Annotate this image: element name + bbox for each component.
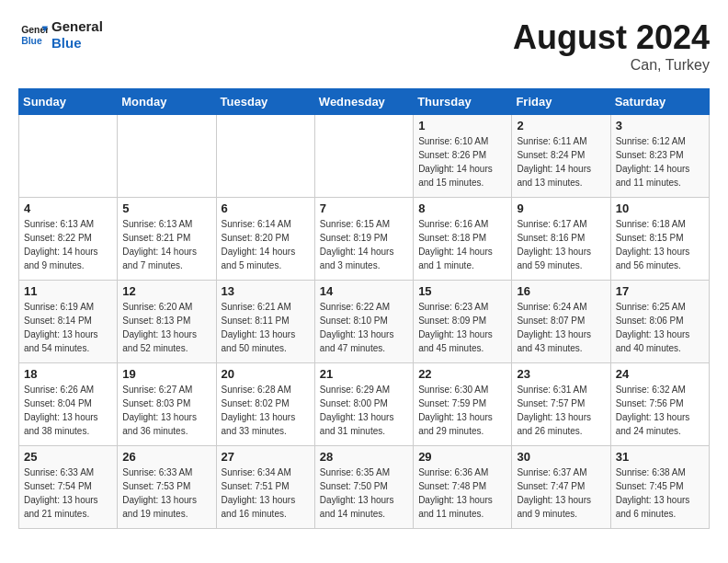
calendar-cell: 14Sunrise: 6:22 AMSunset: 8:10 PMDayligh… bbox=[314, 281, 413, 363]
calendar-cell: 21Sunrise: 6:29 AMSunset: 8:00 PMDayligh… bbox=[314, 363, 413, 446]
day-info: Sunrise: 6:25 AMSunset: 8:06 PMDaylight:… bbox=[616, 300, 704, 355]
calendar-cell: 2Sunrise: 6:11 AMSunset: 8:24 PMDaylight… bbox=[512, 115, 610, 198]
calendar-body: 1Sunrise: 6:10 AMSunset: 8:26 PMDaylight… bbox=[19, 115, 710, 529]
day-number: 12 bbox=[122, 284, 210, 298]
day-number: 1 bbox=[418, 119, 506, 132]
svg-text:Blue: Blue bbox=[21, 36, 42, 46]
day-info: Sunrise: 6:33 AMSunset: 7:54 PMDaylight:… bbox=[24, 465, 112, 521]
calendar-cell: 13Sunrise: 6:21 AMSunset: 8:11 PMDayligh… bbox=[216, 281, 314, 363]
day-info: Sunrise: 6:30 AMSunset: 7:59 PMDaylight:… bbox=[418, 383, 506, 438]
calendar-cell: 27Sunrise: 6:34 AMSunset: 7:51 PMDayligh… bbox=[216, 446, 314, 529]
day-info: Sunrise: 6:31 AMSunset: 7:57 PMDaylight:… bbox=[517, 383, 605, 438]
day-number: 8 bbox=[418, 201, 506, 215]
day-number: 10 bbox=[616, 201, 704, 215]
day-info: Sunrise: 6:10 AMSunset: 8:26 PMDaylight:… bbox=[418, 134, 506, 190]
calendar-week-3: 11Sunrise: 6:19 AMSunset: 8:14 PMDayligh… bbox=[19, 281, 710, 363]
day-number: 14 bbox=[320, 284, 408, 298]
day-info: Sunrise: 6:22 AMSunset: 8:10 PMDaylight:… bbox=[320, 300, 408, 355]
weekday-header-tuesday: Tuesday bbox=[216, 89, 314, 115]
day-number: 9 bbox=[517, 201, 605, 215]
day-info: Sunrise: 6:35 AMSunset: 7:50 PMDaylight:… bbox=[320, 465, 408, 521]
day-number: 27 bbox=[222, 450, 310, 464]
day-number: 6 bbox=[222, 201, 310, 215]
day-number: 30 bbox=[517, 450, 605, 464]
day-info: Sunrise: 6:11 AMSunset: 8:24 PMDaylight:… bbox=[517, 134, 605, 190]
day-info: Sunrise: 6:36 AMSunset: 7:48 PMDaylight:… bbox=[418, 465, 506, 521]
calendar-cell: 7Sunrise: 6:15 AMSunset: 8:19 PMDaylight… bbox=[314, 198, 413, 281]
day-number: 3 bbox=[616, 119, 704, 132]
day-number: 22 bbox=[418, 367, 506, 381]
day-info: Sunrise: 6:21 AMSunset: 8:11 PMDaylight:… bbox=[222, 300, 310, 355]
month-year-title: August 2024 bbox=[513, 18, 710, 57]
day-info: Sunrise: 6:16 AMSunset: 8:18 PMDaylight:… bbox=[418, 217, 506, 272]
calendar-cell: 16Sunrise: 6:24 AMSunset: 8:07 PMDayligh… bbox=[512, 281, 610, 363]
calendar-table: SundayMondayTuesdayWednesdayThursdayFrid… bbox=[18, 88, 710, 529]
day-info: Sunrise: 6:26 AMSunset: 8:04 PMDaylight:… bbox=[24, 383, 112, 438]
calendar-cell: 17Sunrise: 6:25 AMSunset: 8:06 PMDayligh… bbox=[610, 281, 709, 363]
weekday-header-wednesday: Wednesday bbox=[314, 89, 413, 115]
calendar-week-1: 1Sunrise: 6:10 AMSunset: 8:26 PMDaylight… bbox=[19, 115, 710, 198]
day-info: Sunrise: 6:28 AMSunset: 8:02 PMDaylight:… bbox=[222, 383, 310, 438]
calendar-week-2: 4Sunrise: 6:13 AMSunset: 8:22 PMDaylight… bbox=[19, 198, 710, 281]
weekday-header-saturday: Saturday bbox=[610, 89, 709, 115]
calendar-cell: 9Sunrise: 6:17 AMSunset: 8:16 PMDaylight… bbox=[512, 198, 610, 281]
day-number: 24 bbox=[616, 367, 704, 381]
calendar-cell: 18Sunrise: 6:26 AMSunset: 8:04 PMDayligh… bbox=[19, 363, 118, 446]
day-number: 4 bbox=[24, 201, 112, 215]
day-number: 16 bbox=[517, 284, 605, 298]
page-header: General Blue General Blue August 2024 Ca… bbox=[18, 18, 710, 74]
calendar-cell: 26Sunrise: 6:33 AMSunset: 7:53 PMDayligh… bbox=[118, 446, 216, 529]
logo-general: General bbox=[51, 18, 103, 35]
day-info: Sunrise: 6:18 AMSunset: 8:15 PMDaylight:… bbox=[616, 217, 704, 272]
day-info: Sunrise: 6:34 AMSunset: 7:51 PMDaylight:… bbox=[222, 465, 310, 521]
calendar-cell: 11Sunrise: 6:19 AMSunset: 8:14 PMDayligh… bbox=[19, 281, 118, 363]
calendar-cell: 10Sunrise: 6:18 AMSunset: 8:15 PMDayligh… bbox=[610, 198, 709, 281]
calendar-cell: 30Sunrise: 6:37 AMSunset: 7:47 PMDayligh… bbox=[512, 446, 610, 529]
weekday-header-row: SundayMondayTuesdayWednesdayThursdayFrid… bbox=[19, 89, 710, 115]
calendar-week-5: 25Sunrise: 6:33 AMSunset: 7:54 PMDayligh… bbox=[19, 446, 710, 529]
day-info: Sunrise: 6:32 AMSunset: 7:56 PMDaylight:… bbox=[616, 383, 704, 438]
day-info: Sunrise: 6:24 AMSunset: 8:07 PMDaylight:… bbox=[517, 300, 605, 355]
day-info: Sunrise: 6:13 AMSunset: 8:21 PMDaylight:… bbox=[122, 217, 210, 272]
logo: General Blue General Blue bbox=[18, 18, 103, 52]
day-number: 20 bbox=[222, 367, 310, 381]
calendar-cell bbox=[314, 115, 413, 198]
day-info: Sunrise: 6:38 AMSunset: 7:45 PMDaylight:… bbox=[616, 465, 704, 521]
calendar-cell: 15Sunrise: 6:23 AMSunset: 8:09 PMDayligh… bbox=[414, 281, 512, 363]
calendar-cell: 22Sunrise: 6:30 AMSunset: 7:59 PMDayligh… bbox=[414, 363, 512, 446]
calendar-cell: 23Sunrise: 6:31 AMSunset: 7:57 PMDayligh… bbox=[512, 363, 610, 446]
calendar-cell: 24Sunrise: 6:32 AMSunset: 7:56 PMDayligh… bbox=[610, 363, 709, 446]
calendar-cell: 8Sunrise: 6:16 AMSunset: 8:18 PMDaylight… bbox=[414, 198, 512, 281]
location-subtitle: Can, Turkey bbox=[513, 57, 710, 74]
calendar-cell: 6Sunrise: 6:14 AMSunset: 8:20 PMDaylight… bbox=[216, 198, 314, 281]
calendar-cell bbox=[118, 115, 216, 198]
day-number: 29 bbox=[418, 450, 506, 464]
day-number: 18 bbox=[24, 367, 112, 381]
day-info: Sunrise: 6:13 AMSunset: 8:22 PMDaylight:… bbox=[24, 217, 112, 272]
day-number: 25 bbox=[24, 450, 112, 464]
calendar-week-4: 18Sunrise: 6:26 AMSunset: 8:04 PMDayligh… bbox=[19, 363, 710, 446]
weekday-header-sunday: Sunday bbox=[19, 89, 118, 115]
day-info: Sunrise: 6:15 AMSunset: 8:19 PMDaylight:… bbox=[320, 217, 408, 272]
calendar-cell: 28Sunrise: 6:35 AMSunset: 7:50 PMDayligh… bbox=[314, 446, 413, 529]
calendar-cell: 29Sunrise: 6:36 AMSunset: 7:48 PMDayligh… bbox=[414, 446, 512, 529]
weekday-header-thursday: Thursday bbox=[414, 89, 512, 115]
day-info: Sunrise: 6:17 AMSunset: 8:16 PMDaylight:… bbox=[517, 217, 605, 272]
weekday-header-monday: Monday bbox=[118, 89, 216, 115]
calendar-header: SundayMondayTuesdayWednesdayThursdayFrid… bbox=[19, 89, 710, 115]
day-number: 28 bbox=[320, 450, 408, 464]
day-info: Sunrise: 6:12 AMSunset: 8:23 PMDaylight:… bbox=[616, 134, 704, 190]
calendar-cell: 4Sunrise: 6:13 AMSunset: 8:22 PMDaylight… bbox=[19, 198, 118, 281]
day-number: 31 bbox=[616, 450, 704, 464]
day-info: Sunrise: 6:20 AMSunset: 8:13 PMDaylight:… bbox=[122, 300, 210, 355]
calendar-cell: 3Sunrise: 6:12 AMSunset: 8:23 PMDaylight… bbox=[610, 115, 709, 198]
day-info: Sunrise: 6:29 AMSunset: 8:00 PMDaylight:… bbox=[320, 383, 408, 438]
calendar-cell bbox=[19, 115, 118, 198]
day-number: 2 bbox=[517, 119, 605, 132]
calendar-cell: 19Sunrise: 6:27 AMSunset: 8:03 PMDayligh… bbox=[118, 363, 216, 446]
logo-blue: Blue bbox=[51, 35, 103, 52]
day-number: 15 bbox=[418, 284, 506, 298]
calendar-cell: 25Sunrise: 6:33 AMSunset: 7:54 PMDayligh… bbox=[19, 446, 118, 529]
day-info: Sunrise: 6:23 AMSunset: 8:09 PMDaylight:… bbox=[418, 300, 506, 355]
day-number: 17 bbox=[616, 284, 704, 298]
